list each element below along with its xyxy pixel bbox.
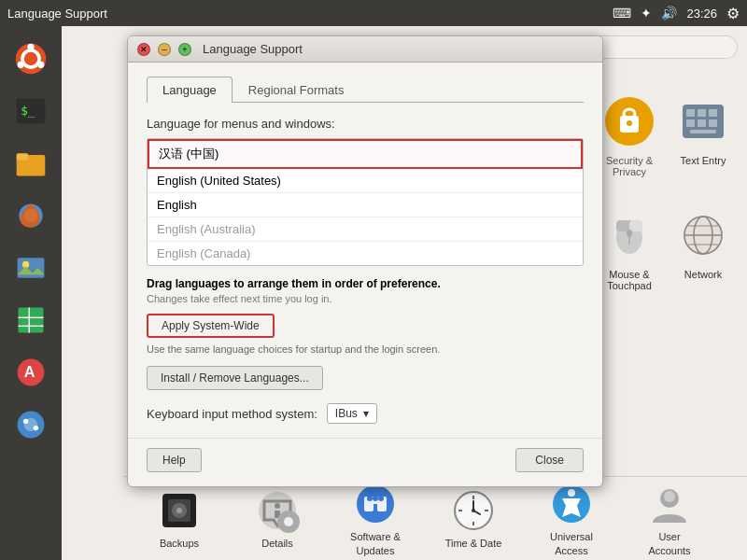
title-bar: Language Support ⌨ ✦ 🔊 23:26 ⚙ xyxy=(0,0,747,26)
backups-icon xyxy=(155,486,204,535)
svg-rect-65 xyxy=(374,504,377,511)
bottom-time-date[interactable]: Time & Date xyxy=(427,482,520,554)
keyboard-input-label: Keyboard input method system: xyxy=(147,407,317,421)
mouse-icon xyxy=(599,205,659,265)
volume-icon: 🔊 xyxy=(661,6,677,21)
time-date-label: Time & Date xyxy=(445,537,502,550)
svg-rect-11 xyxy=(18,258,45,278)
svg-rect-30 xyxy=(709,109,717,117)
dialog-tabs: Language Regional Formats xyxy=(147,77,584,103)
bottom-bar: Backups xyxy=(123,476,747,560)
svg-rect-31 xyxy=(686,119,695,127)
bottom-user-accounts[interactable]: UserAccounts xyxy=(623,475,716,560)
svg-point-63 xyxy=(373,496,378,501)
keyboard-input-value: IBus xyxy=(335,407,358,420)
security-icon xyxy=(599,91,659,151)
bottom-details[interactable]: Details xyxy=(231,482,324,554)
close-button[interactable]: Close xyxy=(515,448,584,472)
dialog-minimize-btn[interactable]: – xyxy=(158,43,171,56)
settings-network[interactable]: Network xyxy=(669,196,738,301)
settings-text-entry[interactable]: Text Entry xyxy=(669,82,738,187)
sidebar-terminal[interactable]: $_ xyxy=(6,86,56,136)
title-bar-left: Language Support xyxy=(7,7,107,21)
main-area: $_ xyxy=(0,26,747,560)
svg-rect-34 xyxy=(690,130,716,133)
svg-point-76 xyxy=(568,489,575,497)
drag-hint: Drag languages to arrange them in order … xyxy=(147,277,584,290)
dialog-close-btn[interactable]: ✕ xyxy=(137,43,150,56)
lang-item-english-us[interactable]: English (United States) xyxy=(148,169,583,193)
network-icon xyxy=(673,205,733,265)
sidebar-files[interactable] xyxy=(6,138,56,189)
keyboard-input-row: Keyboard input method system: IBus ▾ xyxy=(147,403,584,424)
keyboard-icon: ⌨ xyxy=(613,6,631,21)
svg-rect-13 xyxy=(19,308,44,333)
dialog-body: Language Regional Formats Language for m… xyxy=(128,63,602,438)
chevron-down-icon: ▾ xyxy=(363,407,369,420)
lang-item-english-ca[interactable]: English (Canada) xyxy=(148,242,583,265)
svg-point-62 xyxy=(367,496,373,501)
universal-access-label: UniversalAccess xyxy=(550,530,593,557)
lang-item-english-au[interactable]: English (Australia) xyxy=(148,217,583,242)
svg-point-21 xyxy=(23,419,28,424)
details-icon xyxy=(253,486,302,535)
user-accounts-label: UserAccounts xyxy=(648,530,690,557)
sidebar-images[interactable] xyxy=(6,243,56,293)
tab-regional-formats[interactable]: Regional Formats xyxy=(233,77,360,103)
svg-point-39 xyxy=(627,230,632,237)
bottom-backups[interactable]: Backups xyxy=(133,482,226,554)
text-entry-label: Text Entry xyxy=(681,155,726,166)
svg-text:$_: $_ xyxy=(21,104,35,118)
svg-point-55 xyxy=(284,517,293,526)
svg-rect-58 xyxy=(280,520,284,524)
settings-security[interactable]: Security &Privacy xyxy=(595,82,664,187)
title-bar-title: Language Support xyxy=(7,7,107,21)
svg-rect-56 xyxy=(287,513,290,517)
bottom-software-updates[interactable]: Software &Updates xyxy=(329,475,422,560)
sidebar-finder[interactable] xyxy=(6,399,56,450)
svg-point-4 xyxy=(18,62,24,68)
settings-mouse[interactable]: Mouse &Touchpad xyxy=(595,196,664,301)
svg-point-26 xyxy=(627,120,632,126)
svg-rect-28 xyxy=(686,109,695,117)
sidebar-ubuntu-logo[interactable] xyxy=(6,34,56,84)
tab-language[interactable]: Language xyxy=(147,77,233,103)
network-label: Network xyxy=(684,269,722,280)
svg-point-2 xyxy=(27,44,34,50)
keyboard-input-select[interactable]: IBus ▾ xyxy=(327,403,377,424)
software-updates-label: Software &Updates xyxy=(350,530,401,557)
svg-point-22 xyxy=(34,426,38,430)
install-remove-languages-button[interactable]: Install / Remove Languages... xyxy=(147,366,323,390)
drag-subhint: Changes take effect next time you log in… xyxy=(147,293,584,304)
svg-point-78 xyxy=(664,491,675,502)
sidebar: $_ xyxy=(0,26,62,560)
user-accounts-icon xyxy=(645,480,694,528)
svg-point-52 xyxy=(275,503,280,509)
svg-point-50 xyxy=(176,508,182,513)
bottom-universal-access[interactable]: UniversalAccess xyxy=(525,475,618,560)
svg-text:A: A xyxy=(24,363,35,380)
software-updates-icon xyxy=(351,480,400,528)
dialog-title: Language Support xyxy=(203,42,303,56)
sidebar-spreadsheet[interactable] xyxy=(6,295,56,345)
settings-gear-icon[interactable]: ⚙ xyxy=(726,5,740,22)
svg-rect-33 xyxy=(709,119,717,127)
sidebar-appstore[interactable]: A xyxy=(6,347,56,398)
apply-system-wide-button[interactable]: Apply System-Wide xyxy=(147,314,275,338)
apply-hint: Use the same language choices for startu… xyxy=(147,343,584,355)
language-section-label: Language for menus and windows: xyxy=(147,117,584,131)
svg-rect-59 xyxy=(293,520,297,524)
dialog-maximize-btn[interactable]: + xyxy=(178,43,191,56)
sidebar-firefox[interactable] xyxy=(6,190,56,241)
svg-rect-29 xyxy=(698,109,706,117)
lang-item-chinese[interactable]: 汉语 (中国) xyxy=(148,139,583,169)
language-list: 汉语 (中国) English (United States) English … xyxy=(147,138,584,266)
lang-item-english[interactable]: English xyxy=(148,193,583,217)
svg-point-74 xyxy=(472,509,475,512)
universal-access-icon xyxy=(547,480,596,528)
content-pane: 🔍 Security &Privacy xyxy=(62,26,747,560)
apply-btn-wrap: Apply System-Wide xyxy=(147,314,584,338)
time-date-icon xyxy=(449,486,498,535)
help-button[interactable]: Help xyxy=(147,448,202,472)
svg-rect-32 xyxy=(698,119,706,127)
